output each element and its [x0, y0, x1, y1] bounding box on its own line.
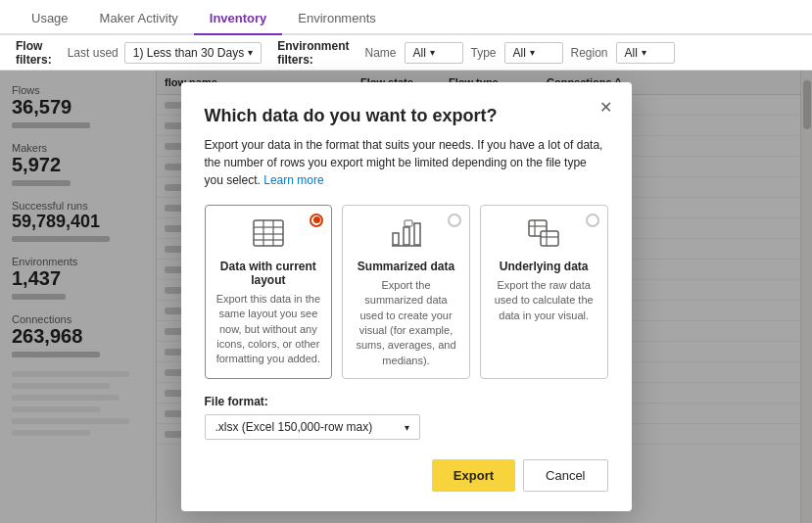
underlying-icon — [491, 219, 597, 254]
option-summarized-radio — [448, 214, 461, 227]
option-underlying-desc: Export the raw data used to calculate th… — [491, 278, 597, 323]
region-label: Region — [571, 46, 608, 60]
svg-rect-8 — [414, 223, 420, 245]
modal-overlay: ✕ Which data do you want to export? Expo… — [0, 71, 812, 523]
option-underlying-radio — [586, 214, 599, 227]
cancel-button[interactable]: Cancel — [523, 459, 607, 492]
svg-rect-10 — [405, 220, 412, 226]
name-arrow-icon: ▾ — [430, 47, 435, 58]
modal-buttons: Export Cancel — [205, 459, 608, 492]
flow-filters-label: Flowfilters: — [16, 39, 52, 67]
svg-rect-7 — [404, 227, 409, 245]
svg-rect-0 — [254, 220, 283, 246]
modal-description: Export your data in the format that suit… — [205, 136, 608, 189]
option-underlying-title: Underlying data — [491, 260, 597, 273]
type-arrow-icon: ▾ — [530, 47, 535, 58]
option-current-layout-desc: Export this data in the same layout you … — [215, 292, 322, 367]
name-filter[interactable]: All▾ — [405, 42, 463, 64]
env-filters-label: Environmentfilters: — [277, 39, 349, 67]
export-modal: ✕ Which data do you want to export? Expo… — [181, 82, 632, 511]
option-summarized-desc: Export the summarized data used to creat… — [353, 278, 459, 368]
svg-rect-14 — [541, 231, 558, 246]
file-format-label: File format: — [205, 395, 608, 408]
tab-environments[interactable]: Environments — [282, 3, 391, 35]
region-arrow-icon: ▾ — [642, 47, 646, 58]
tab-maker-activity[interactable]: Maker Activity — [84, 3, 194, 35]
tab-usage[interactable]: Usage — [16, 3, 84, 35]
modal-close-button[interactable]: ✕ — [595, 96, 618, 119]
option-summarized-title: Summarized data — [353, 260, 459, 273]
type-filter[interactable]: All▾ — [504, 42, 563, 64]
file-format-select[interactable]: .xlsx (Excel 150,000-row max) ▾ — [205, 414, 420, 440]
file-format-arrow-icon: ▾ — [405, 422, 409, 433]
learn-more-link[interactable]: Learn more — [263, 173, 323, 187]
current-layout-icon — [215, 219, 322, 254]
tab-inventory[interactable]: Inventory — [194, 3, 283, 35]
type-label: Type — [471, 46, 497, 60]
modal-title: Which data do you want to export? — [205, 106, 608, 126]
last-used-arrow-icon: ▾ — [248, 47, 253, 58]
option-summarized[interactable]: Summarized data Export the summarized da… — [342, 205, 470, 379]
option-current-layout-radio — [310, 214, 323, 227]
region-filter[interactable]: All▾ — [616, 42, 675, 64]
name-label: Name — [364, 46, 396, 60]
svg-rect-6 — [393, 233, 399, 245]
option-current-layout[interactable]: Data with current layout Export this dat… — [205, 205, 333, 379]
option-underlying[interactable]: Underlying data Export the raw data used… — [480, 205, 608, 379]
last-used-label: Last used — [68, 46, 119, 60]
export-button[interactable]: Export — [432, 459, 515, 492]
export-options: Data with current layout Export this dat… — [205, 205, 608, 379]
last-used-filter[interactable]: 1) Less than 30 Days ▾ — [124, 42, 262, 64]
summarized-icon — [353, 219, 459, 254]
option-current-layout-title: Data with current layout — [215, 260, 322, 287]
